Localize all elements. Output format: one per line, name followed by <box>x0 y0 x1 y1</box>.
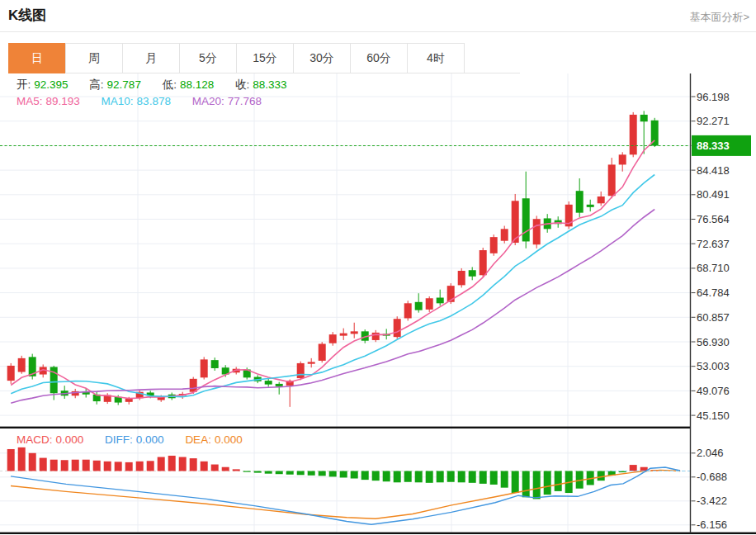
tab-filler <box>464 43 520 73</box>
svg-text:49.076: 49.076 <box>697 385 730 397</box>
axis-labels: 96.19892.27188.33384.41880.49176.56472.6… <box>692 91 752 532</box>
svg-text:76.564: 76.564 <box>697 213 730 225</box>
tab-4时[interactable]: 4时 <box>407 43 465 73</box>
svg-text:96.198: 96.198 <box>697 91 730 103</box>
macd-histogram-layer <box>7 447 659 499</box>
tab-15分[interactable]: 15分 <box>236 43 294 73</box>
svg-text:80.491: 80.491 <box>697 188 730 201</box>
svg-text:64.784: 64.784 <box>697 286 730 299</box>
svg-text:45.150: 45.150 <box>697 410 730 422</box>
tab-月[interactable]: 月 <box>122 43 180 73</box>
ma5-line <box>11 140 654 399</box>
ma10-line <box>11 175 654 397</box>
svg-text:-3.422: -3.422 <box>697 495 727 507</box>
svg-text:68.710: 68.710 <box>697 262 730 274</box>
widget-header: K线图 基本面分析> <box>0 0 756 32</box>
svg-text:-6.156: -6.156 <box>697 518 727 531</box>
chart-area: 开:92.395 高:92.787 低:88.128 收:88.333 MA5:… <box>0 73 756 535</box>
chart-svg: 96.19892.27188.33384.41880.49176.56472.6… <box>0 73 756 535</box>
svg-text:88.333: 88.333 <box>697 140 730 152</box>
tab-5分[interactable]: 5分 <box>179 43 237 73</box>
tab-日[interactable]: 日 <box>8 43 66 73</box>
svg-text:2.046: 2.046 <box>697 447 724 459</box>
svg-text:60.857: 60.857 <box>697 311 730 324</box>
pane-separator <box>0 427 691 428</box>
grid-layer <box>0 73 691 533</box>
svg-text:84.418: 84.418 <box>697 164 730 177</box>
tab-周[interactable]: 周 <box>65 43 123 73</box>
svg-text:72.637: 72.637 <box>697 238 730 250</box>
svg-text:92.271: 92.271 <box>697 115 730 127</box>
page-title: K线图 <box>8 6 46 25</box>
kline-page: { "header": { "title": "K线图", "link": "基… <box>0 0 756 535</box>
svg-text:-0.688: -0.688 <box>697 471 727 483</box>
period-tabs: 日周月5分15分30分60分4时 <box>8 43 756 73</box>
bottom-border <box>0 533 756 534</box>
tab-60分[interactable]: 60分 <box>350 43 408 73</box>
candles-layer <box>7 111 659 406</box>
svg-text:56.930: 56.930 <box>697 336 730 348</box>
fundamental-analysis-link[interactable]: 基本面分析> <box>689 10 749 25</box>
tab-30分[interactable]: 30分 <box>293 43 351 73</box>
kline-chart-canvas[interactable]: 96.19892.27188.33384.41880.49176.56472.6… <box>0 73 756 535</box>
svg-text:53.003: 53.003 <box>697 360 730 372</box>
